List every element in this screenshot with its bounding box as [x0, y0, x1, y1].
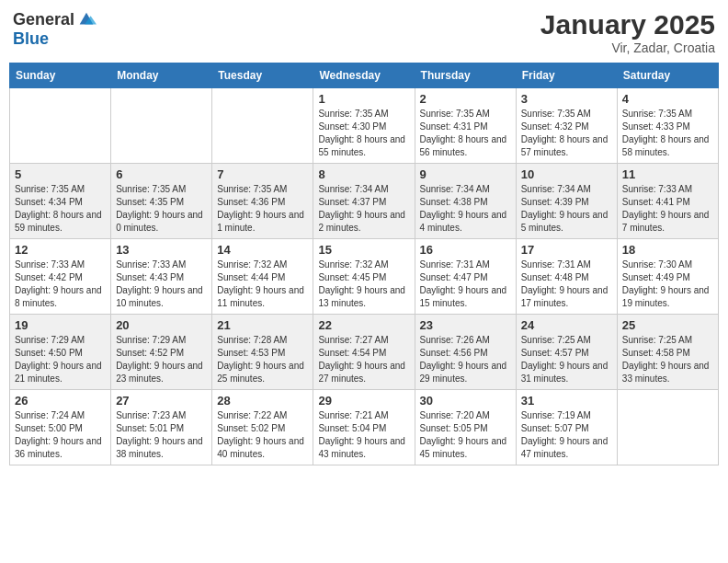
day-number: 4	[622, 92, 713, 106]
day-info: Sunrise: 7:32 AM Sunset: 4:44 PM Dayligh…	[217, 259, 308, 310]
logo-general-text: General	[13, 10, 74, 29]
day-number: 20	[116, 318, 207, 332]
day-number: 26	[15, 394, 106, 408]
day-number: 18	[622, 243, 713, 257]
day-number: 9	[420, 167, 511, 181]
day-number: 3	[521, 92, 612, 106]
day-info: Sunrise: 7:35 AM Sunset: 4:30 PM Dayligh…	[318, 108, 409, 159]
calendar-cell: 15Sunrise: 7:32 AM Sunset: 4:45 PM Dayli…	[313, 239, 415, 315]
day-number: 10	[521, 167, 612, 181]
weekday-header-saturday: Saturday	[617, 63, 718, 88]
day-number: 24	[521, 318, 612, 332]
calendar-cell: 29Sunrise: 7:21 AM Sunset: 5:04 PM Dayli…	[313, 390, 415, 465]
day-info: Sunrise: 7:31 AM Sunset: 4:48 PM Dayligh…	[521, 259, 612, 310]
day-number: 8	[318, 167, 409, 181]
weekday-header-friday: Friday	[516, 63, 617, 88]
logo-blue-text: Blue	[13, 29, 49, 49]
day-number: 19	[15, 318, 106, 332]
day-info: Sunrise: 7:34 AM Sunset: 4:39 PM Dayligh…	[521, 183, 612, 235]
day-number: 30	[420, 394, 511, 408]
day-number: 7	[217, 167, 308, 181]
day-number: 25	[622, 318, 713, 332]
calendar-cell: 9Sunrise: 7:34 AM Sunset: 4:38 PM Daylig…	[415, 164, 516, 239]
day-info: Sunrise: 7:34 AM Sunset: 4:38 PM Dayligh…	[420, 183, 511, 235]
day-number: 12	[15, 243, 106, 257]
title-block: January 2025 Vir, Zadar, Croatia	[540, 9, 715, 55]
weekday-header-monday: Monday	[111, 63, 212, 88]
calendar-cell: 4Sunrise: 7:35 AM Sunset: 4:33 PM Daylig…	[617, 88, 718, 164]
day-number: 11	[622, 167, 713, 181]
calendar-cell	[111, 88, 212, 164]
day-info: Sunrise: 7:25 AM Sunset: 4:58 PM Dayligh…	[622, 334, 713, 385]
calendar-cell: 25Sunrise: 7:25 AM Sunset: 4:58 PM Dayli…	[617, 315, 718, 390]
day-number: 6	[116, 167, 207, 181]
calendar-cell	[10, 88, 111, 164]
weekday-header-sunday: Sunday	[10, 63, 111, 88]
day-number: 31	[521, 394, 612, 408]
day-info: Sunrise: 7:33 AM Sunset: 4:41 PM Dayligh…	[622, 183, 713, 235]
calendar-cell: 21Sunrise: 7:28 AM Sunset: 4:53 PM Dayli…	[212, 315, 313, 390]
calendar-cell: 23Sunrise: 7:26 AM Sunset: 4:56 PM Dayli…	[415, 315, 516, 390]
weekday-header-thursday: Thursday	[415, 63, 516, 88]
calendar-cell: 13Sunrise: 7:33 AM Sunset: 4:43 PM Dayli…	[111, 239, 212, 315]
day-number: 13	[116, 243, 207, 257]
day-number: 29	[318, 394, 409, 408]
day-info: Sunrise: 7:23 AM Sunset: 5:01 PM Dayligh…	[116, 409, 207, 461]
calendar-cell: 2Sunrise: 7:35 AM Sunset: 4:31 PM Daylig…	[415, 88, 516, 164]
weekday-header-wednesday: Wednesday	[313, 63, 415, 88]
calendar-cell: 30Sunrise: 7:20 AM Sunset: 5:05 PM Dayli…	[415, 390, 516, 465]
day-number: 5	[15, 167, 106, 181]
day-info: Sunrise: 7:20 AM Sunset: 5:05 PM Dayligh…	[420, 409, 511, 461]
day-info: Sunrise: 7:22 AM Sunset: 5:02 PM Dayligh…	[217, 409, 308, 461]
day-info: Sunrise: 7:35 AM Sunset: 4:31 PM Dayligh…	[420, 108, 511, 159]
day-info: Sunrise: 7:30 AM Sunset: 4:49 PM Dayligh…	[622, 259, 713, 310]
day-info: Sunrise: 7:32 AM Sunset: 4:45 PM Dayligh…	[318, 259, 409, 310]
calendar-cell: 8Sunrise: 7:34 AM Sunset: 4:37 PM Daylig…	[313, 164, 415, 239]
week-row-3: 12Sunrise: 7:33 AM Sunset: 4:42 PM Dayli…	[10, 239, 719, 315]
calendar-cell: 22Sunrise: 7:27 AM Sunset: 4:54 PM Dayli…	[313, 315, 415, 390]
calendar-cell: 17Sunrise: 7:31 AM Sunset: 4:48 PM Dayli…	[516, 239, 617, 315]
day-info: Sunrise: 7:21 AM Sunset: 5:04 PM Dayligh…	[318, 409, 409, 461]
day-info: Sunrise: 7:33 AM Sunset: 4:42 PM Dayligh…	[15, 259, 106, 310]
calendar-cell: 26Sunrise: 7:24 AM Sunset: 5:00 PM Dayli…	[10, 390, 111, 465]
calendar-cell: 19Sunrise: 7:29 AM Sunset: 4:50 PM Dayli…	[10, 315, 111, 390]
day-number: 1	[318, 92, 409, 106]
day-info: Sunrise: 7:31 AM Sunset: 4:47 PM Dayligh…	[420, 259, 511, 310]
day-info: Sunrise: 7:35 AM Sunset: 4:36 PM Dayligh…	[217, 183, 308, 235]
calendar-cell: 28Sunrise: 7:22 AM Sunset: 5:02 PM Dayli…	[212, 390, 313, 465]
day-info: Sunrise: 7:19 AM Sunset: 5:07 PM Dayligh…	[521, 409, 612, 461]
week-row-1: 1Sunrise: 7:35 AM Sunset: 4:30 PM Daylig…	[10, 88, 719, 164]
day-number: 15	[318, 243, 409, 257]
day-info: Sunrise: 7:35 AM Sunset: 4:34 PM Dayligh…	[15, 183, 106, 235]
location-subtitle: Vir, Zadar, Croatia	[540, 40, 715, 55]
day-number: 22	[318, 318, 409, 332]
calendar-cell: 24Sunrise: 7:25 AM Sunset: 4:57 PM Dayli…	[516, 315, 617, 390]
day-info: Sunrise: 7:34 AM Sunset: 4:37 PM Dayligh…	[318, 183, 409, 235]
day-number: 28	[217, 394, 308, 408]
calendar-cell: 14Sunrise: 7:32 AM Sunset: 4:44 PM Dayli…	[212, 239, 313, 315]
day-number: 27	[116, 394, 207, 408]
day-number: 23	[420, 318, 511, 332]
day-info: Sunrise: 7:29 AM Sunset: 4:50 PM Dayligh…	[15, 334, 106, 385]
calendar-cell: 31Sunrise: 7:19 AM Sunset: 5:07 PM Dayli…	[516, 390, 617, 465]
calendar-cell: 27Sunrise: 7:23 AM Sunset: 5:01 PM Dayli…	[111, 390, 212, 465]
calendar-cell: 6Sunrise: 7:35 AM Sunset: 4:35 PM Daylig…	[111, 164, 212, 239]
day-info: Sunrise: 7:27 AM Sunset: 4:54 PM Dayligh…	[318, 334, 409, 385]
week-row-5: 26Sunrise: 7:24 AM Sunset: 5:00 PM Dayli…	[10, 390, 719, 465]
day-info: Sunrise: 7:35 AM Sunset: 4:35 PM Dayligh…	[116, 183, 207, 235]
weekday-header-row: SundayMondayTuesdayWednesdayThursdayFrid…	[10, 63, 719, 88]
calendar-cell: 3Sunrise: 7:35 AM Sunset: 4:32 PM Daylig…	[516, 88, 617, 164]
logo-icon	[76, 9, 97, 29]
day-number: 2	[420, 92, 511, 106]
calendar-cell: 5Sunrise: 7:35 AM Sunset: 4:34 PM Daylig…	[10, 164, 111, 239]
calendar-cell: 18Sunrise: 7:30 AM Sunset: 4:49 PM Dayli…	[617, 239, 718, 315]
day-number: 21	[217, 318, 308, 332]
day-info: Sunrise: 7:26 AM Sunset: 4:56 PM Dayligh…	[420, 334, 511, 385]
day-info: Sunrise: 7:28 AM Sunset: 4:53 PM Dayligh…	[217, 334, 308, 385]
week-row-2: 5Sunrise: 7:35 AM Sunset: 4:34 PM Daylig…	[10, 164, 719, 239]
calendar-cell: 7Sunrise: 7:35 AM Sunset: 4:36 PM Daylig…	[212, 164, 313, 239]
month-year-title: January 2025	[540, 9, 715, 40]
calendar-cell: 20Sunrise: 7:29 AM Sunset: 4:52 PM Dayli…	[111, 315, 212, 390]
logo: General Blue	[13, 9, 97, 49]
calendar-cell: 11Sunrise: 7:33 AM Sunset: 4:41 PM Dayli…	[617, 164, 718, 239]
